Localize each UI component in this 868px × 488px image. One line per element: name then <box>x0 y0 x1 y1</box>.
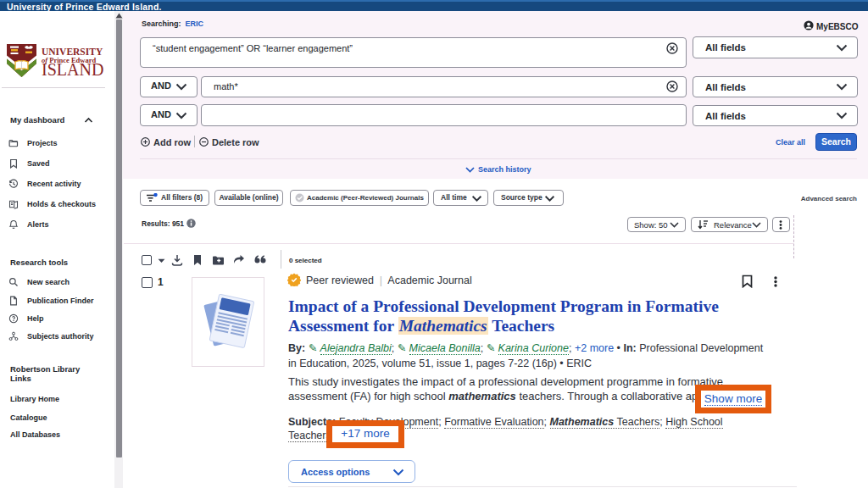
svg-text:ISLAND: ISLAND <box>42 60 103 79</box>
